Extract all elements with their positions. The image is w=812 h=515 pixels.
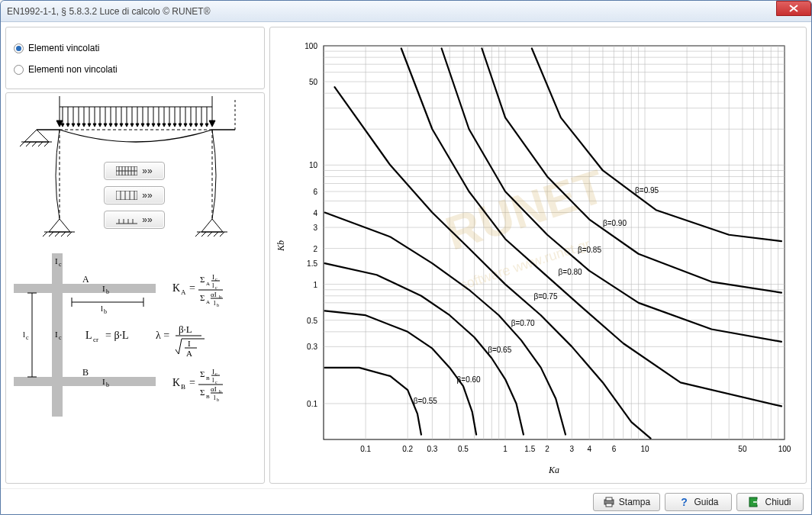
svg-rect-107	[14, 284, 156, 293]
radio-braced-label: Elementi vincolati	[28, 43, 99, 53]
svg-marker-57	[130, 124, 134, 127]
frame-formula-sketch: Ic A Ib lb lc Ic B Ib	[6, 253, 266, 429]
svg-line-19	[49, 232, 53, 237]
svg-text:b: b	[106, 381, 109, 388]
svg-text:6: 6	[612, 445, 617, 453]
svg-text:B: B	[181, 383, 185, 391]
svg-text:10: 10	[309, 161, 318, 169]
svg-text:I: I	[212, 273, 214, 281]
svg-text:I: I	[188, 339, 191, 348]
hatch-medium-icon	[116, 191, 137, 200]
svg-marker-67	[157, 124, 160, 127]
svg-text:λ =: λ =	[156, 330, 169, 341]
svg-text:αI: αI	[211, 385, 217, 393]
svg-marker-41	[88, 124, 91, 127]
svg-text:c: c	[59, 334, 62, 341]
svg-text:c: c	[215, 380, 218, 385]
svg-marker-69	[163, 124, 166, 127]
svg-text:3: 3	[313, 224, 317, 232]
svg-line-21	[61, 232, 66, 237]
svg-marker-5	[24, 130, 49, 142]
svg-text:0.3: 0.3	[307, 343, 317, 351]
svg-text:0.2: 0.2	[402, 445, 413, 453]
svg-line-28	[214, 232, 218, 237]
svg-line-11	[44, 142, 49, 146]
svg-text:b: b	[106, 288, 109, 295]
chevron-right-icon: »»	[142, 190, 152, 201]
chart-panel: RUNETsoftware www.runet.gr0.10.20.30.511…	[269, 27, 807, 484]
svg-text:I: I	[212, 368, 214, 375]
help-icon: ?	[678, 496, 690, 508]
svg-rect-106	[52, 386, 63, 417]
svg-rect-271	[606, 504, 612, 507]
svg-text:4: 4	[587, 445, 591, 453]
close-icon	[789, 5, 798, 12]
load-pattern-1-button[interactable]: »»	[104, 162, 165, 180]
hatch-sparse-icon	[116, 215, 137, 224]
svg-rect-174	[324, 46, 785, 439]
window-close-button[interactable]	[776, 1, 811, 16]
svg-marker-37	[77, 124, 80, 127]
radio-icon	[14, 65, 24, 75]
svg-marker-75	[179, 124, 182, 127]
svg-text:β·L: β·L	[179, 323, 192, 335]
radio-unbraced[interactable]: Elementi non vincolati	[14, 64, 256, 75]
svg-text:A: A	[181, 288, 186, 296]
svg-line-26	[201, 232, 206, 237]
svg-text:4: 4	[313, 209, 317, 217]
svg-line-9	[32, 142, 37, 146]
svg-text:A: A	[206, 281, 210, 287]
svg-text:β=0.75: β=0.75	[533, 292, 557, 301]
svg-text:0.1: 0.1	[360, 445, 371, 453]
svg-text:c: c	[215, 285, 218, 290]
svg-text:I: I	[55, 330, 58, 339]
load-pattern-3-button[interactable]: »»	[104, 211, 165, 229]
svg-text:Σ: Σ	[200, 388, 205, 397]
svg-marker-81	[195, 124, 198, 127]
svg-text:β=0.90: β=0.90	[603, 219, 627, 227]
svg-line-25	[195, 232, 200, 237]
svg-marker-51	[114, 124, 118, 127]
svg-rect-108	[14, 377, 156, 386]
svg-text:l: l	[214, 394, 216, 401]
beta-chart: RUNETsoftware www.runet.gr0.10.20.30.511…	[270, 27, 800, 481]
svg-text:=: =	[189, 282, 195, 294]
print-label: Stampa	[619, 497, 650, 507]
svg-marker-77	[184, 124, 187, 127]
svg-text:50: 50	[738, 445, 747, 453]
svg-text:10: 10	[640, 445, 649, 453]
chevron-right-icon: »»	[142, 214, 152, 225]
svg-text:I: I	[102, 377, 105, 386]
svg-text:A: A	[82, 274, 89, 285]
diagram-panel: »» »» »»	[5, 92, 265, 484]
help-button[interactable]: ? Guida	[665, 493, 732, 511]
svg-line-7	[20, 142, 24, 146]
svg-text:I: I	[55, 256, 58, 266]
bottom-bar: Stampa ? Guida Chiudi	[1, 488, 811, 514]
svg-marker-79	[189, 124, 192, 127]
svg-line-29	[220, 232, 224, 237]
print-button[interactable]: Stampa	[593, 493, 660, 511]
close-button[interactable]: Chiudi	[736, 493, 804, 511]
svg-line-22	[67, 232, 72, 237]
svg-text:1: 1	[503, 445, 508, 453]
svg-text:1.5: 1.5	[524, 445, 535, 453]
svg-line-8	[26, 142, 31, 146]
svg-text:50: 50	[309, 78, 318, 86]
svg-text:Ka: Ka	[548, 465, 559, 475]
svg-text:A: A	[206, 299, 210, 305]
radio-braced[interactable]: Elementi vincolati	[14, 43, 256, 53]
svg-text:l: l	[212, 376, 214, 384]
svg-marker-59	[136, 124, 139, 127]
svg-text:β=0.95: β=0.95	[635, 186, 659, 195]
close-label: Chiudi	[765, 497, 791, 507]
load-pattern-2-button[interactable]: »»	[104, 186, 165, 204]
svg-text:K: K	[172, 282, 180, 294]
svg-text:b: b	[104, 308, 107, 315]
svg-text:b: b	[217, 303, 219, 307]
svg-marker-83	[200, 124, 203, 127]
svg-marker-45	[98, 124, 102, 127]
svg-marker-31	[61, 124, 64, 127]
chevron-right-icon: »»	[142, 166, 152, 176]
svg-text:cr: cr	[93, 336, 98, 343]
